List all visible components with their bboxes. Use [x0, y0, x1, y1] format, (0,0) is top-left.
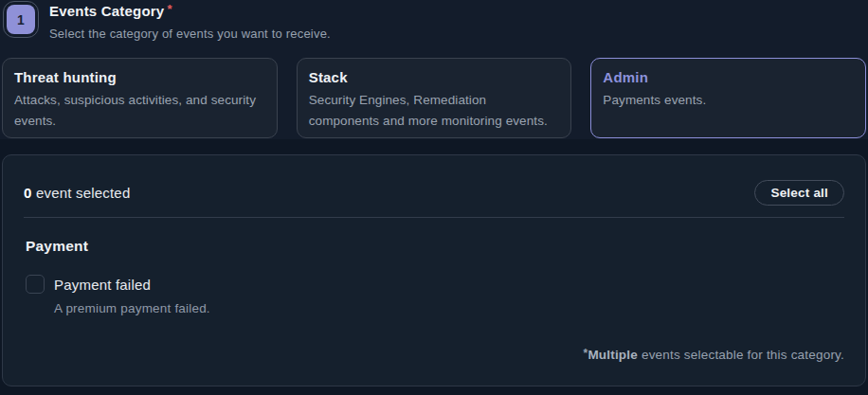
- events-category-step: 1 Events Category* Select the category o…: [0, 0, 868, 395]
- selected-count: 0: [24, 185, 32, 201]
- section-title: Events Category: [49, 3, 164, 19]
- category-description: Security Engines, Remediation components…: [309, 90, 560, 131]
- event-group-title: Payment: [26, 238, 844, 255]
- footnote-bold-word: Multiple: [588, 348, 638, 362]
- category-title: Stack: [309, 69, 560, 85]
- category-cards-row: Threat hunting Attacks, suspicious activ…: [2, 58, 866, 138]
- category-title: Admin: [603, 69, 854, 85]
- panel-divider: [24, 217, 844, 218]
- category-header-section: 1 Events Category* Select the category o…: [0, 0, 868, 139]
- section-title-line: Events Category*: [49, 2, 331, 20]
- event-label[interactable]: Payment failed: [54, 277, 151, 293]
- event-row-payment-failed: Payment failed: [26, 275, 844, 294]
- category-card-stack[interactable]: Stack Security Engines, Remediation comp…: [297, 58, 572, 138]
- header-text-block: Events Category* Select the category of …: [49, 2, 331, 41]
- select-all-button[interactable]: Select all: [754, 180, 844, 206]
- selected-count-line: 0 event selected: [24, 185, 130, 201]
- step-number-badge: 1: [3, 1, 39, 38]
- category-description: Payments events.: [603, 90, 854, 111]
- footnote: *Multiple events selectable for this cat…: [584, 347, 845, 362]
- category-card-admin[interactable]: Admin Payments events.: [590, 58, 866, 138]
- category-title: Threat hunting: [14, 69, 265, 85]
- payment-failed-checkbox[interactable]: [26, 275, 45, 294]
- footnote-text: events selectable for this category.: [638, 348, 844, 362]
- category-description: Attacks, suspicious activities, and secu…: [14, 90, 265, 131]
- selected-count-label: event selected: [32, 185, 131, 201]
- section-subtitle: Select the category of events you want t…: [49, 27, 331, 41]
- event-description: A premium payment failed.: [54, 301, 844, 315]
- step-number: 1: [7, 5, 35, 34]
- panel-header: 0 event selected Select all: [24, 180, 844, 205]
- events-selection-panel: 0 event selected Select all Payment Paym…: [2, 154, 866, 386]
- required-asterisk: *: [167, 2, 172, 16]
- category-card-threat-hunting[interactable]: Threat hunting Attacks, suspicious activ…: [2, 58, 278, 138]
